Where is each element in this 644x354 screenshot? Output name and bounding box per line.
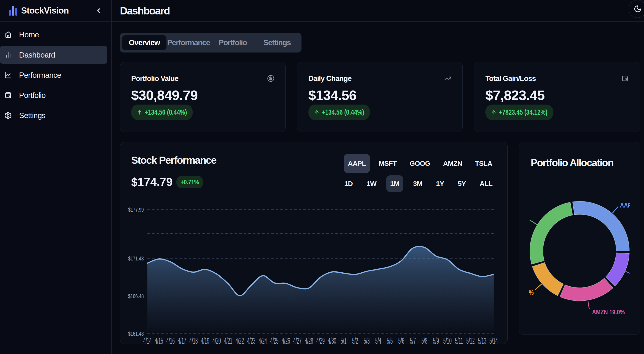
x-axis-label: 5/4 (375, 336, 381, 345)
trending-up-icon (444, 75, 452, 82)
app-title: StockVision (21, 6, 94, 16)
tab-performance[interactable]: Performance (166, 35, 211, 50)
donut-slice-msft[interactable] (606, 253, 629, 286)
timeframe-buttons: 1D 1W 1M 3M 1Y 5Y ALL (334, 176, 496, 192)
sidebar-item-label: Home (19, 30, 39, 39)
donut-callout-line (626, 271, 630, 275)
stat-card-0: Portfolio Value $30,849.79 +134.56 (0.44… (120, 62, 286, 132)
ticker-button-tsla[interactable]: TSLA (471, 154, 496, 173)
portfolio-allocation-card: Portfolio Allocation AAPL 28.0%MSFT 12.5… (519, 142, 640, 335)
sidebar: StockVision Home Dashboard Performance P… (0, 0, 112, 354)
sidebar-nav: Home Dashboard Performance Portfolio Set… (0, 22, 112, 124)
x-axis-label: 4/17 (178, 336, 186, 345)
home-icon (4, 31, 12, 38)
wallet-icon (621, 75, 629, 82)
stat-change-badge: +134.56 (0.44%) (131, 104, 193, 120)
x-axis-label: 5/8 (422, 336, 427, 345)
y-axis-label: $161.48 (128, 331, 144, 336)
allocation-donut-chart: AAPL 28.0%MSFT 12.5%AMZN 19.0%GOOG 13.5%… (529, 177, 630, 325)
sidebar-header: StockVision (0, 0, 112, 22)
tab-overview[interactable]: Overview (122, 35, 166, 50)
x-axis-label: 4/15 (155, 336, 163, 345)
stock-change-badge: +0.71% (176, 176, 203, 188)
nav-item-icon-wrap (4, 31, 12, 38)
donut-slice-amzn[interactable] (560, 278, 613, 301)
circle-dollar-icon (267, 75, 274, 82)
tab-bar: Overview Performance Portfolio Settings (120, 33, 302, 52)
stat-change-badge: +134.56 (0.44%) (308, 104, 370, 120)
ticker-button-amzn[interactable]: AMZN (439, 154, 466, 173)
portfolio-allocation-title: Portfolio Allocation (531, 157, 630, 168)
sidebar-item-label: Dashboard (19, 50, 55, 60)
stock-performance-card: Stock Performance $174.79 +0.71% AAPL MS… (120, 142, 508, 344)
x-axis-label: 4/23 (247, 336, 256, 345)
timeframe-button-1m[interactable]: 1M (386, 176, 403, 192)
y-axis-label: $166.48 (128, 293, 144, 299)
stat-value: $7,823.45 (485, 87, 629, 103)
stock-performance-title: Stock Performance (131, 154, 216, 166)
donut-callout-label: GOOG 13.5% (529, 289, 534, 296)
tab-portfolio[interactable]: Portfolio (211, 35, 255, 50)
x-axis-label: 5/14 (490, 336, 498, 345)
sidebar-collapse-button[interactable] (94, 6, 103, 15)
theme-toggle-button[interactable] (629, 0, 644, 18)
sidebar-item-portfolio[interactable]: Portfolio (0, 86, 107, 104)
nav-item-icon-wrap (4, 51, 12, 59)
sidebar-item-label: Settings (19, 111, 46, 120)
stats-row: Portfolio Value $30,849.79 +134.56 (0.44… (120, 62, 640, 132)
tab-settings[interactable]: Settings (255, 35, 299, 50)
x-axis-label: 5/3 (364, 336, 370, 345)
stock-price: $174.79 (131, 176, 173, 189)
sidebar-item-label: Performance (19, 70, 61, 80)
chart-controls: AAPL MSFT GOOG AMZN TSLA 1D 1W 1M 3M 1Y … (334, 154, 496, 192)
dashboard-content: Overview Performance Portfolio Settings … (112, 22, 644, 354)
app-logo-icon (9, 6, 18, 16)
ticker-button-goog[interactable]: GOOG (405, 154, 434, 173)
stat-change-text: +134.56 (0.44%) (322, 108, 364, 116)
x-axis-label: 4/22 (236, 336, 244, 345)
main-area: Dashboard Overview Performance Portfolio… (112, 0, 644, 354)
stat-title: Total Gain/Loss (485, 74, 629, 83)
stat-change-badge: +7823.45 (34.12%) (485, 104, 553, 120)
stat-card-icon-wrap (267, 75, 274, 82)
y-axis-label: $171.48 (128, 256, 144, 261)
stat-card-1: Daily Change $134.56 +134.56 (0.44%) (297, 62, 463, 132)
sidebar-item-home[interactable]: Home (0, 26, 107, 44)
ticker-buttons: AAPL MSFT GOOG AMZN TSLA (339, 154, 496, 173)
donut-slice-tsla[interactable] (530, 202, 573, 264)
timeframe-button-1y[interactable]: 1Y (432, 176, 448, 192)
donut-slice-goog[interactable] (532, 262, 564, 296)
bar-chart-icon (4, 51, 12, 59)
x-axis-label: 5/6 (398, 336, 404, 345)
nav-item-icon-wrap (4, 71, 12, 79)
x-axis-label: 5/10 (443, 336, 452, 345)
donut-callout-line (612, 206, 618, 213)
timeframe-button-5y[interactable]: 5Y (454, 176, 470, 192)
x-axis-label: 4/27 (293, 336, 302, 345)
stock-area-chart: $177.99$171.48$166.48$161.484/144/154/16… (120, 202, 508, 345)
area-fill (148, 246, 494, 331)
timeframe-button-all[interactable]: ALL (476, 176, 496, 192)
arrow-up-icon (137, 109, 142, 116)
donut-callout-label: AAPL 28.0% (620, 201, 630, 209)
stock-price-row: $174.79 +0.71% (131, 176, 216, 189)
sidebar-item-dashboard[interactable]: Dashboard (0, 46, 107, 64)
x-axis-label: 4/26 (282, 336, 290, 345)
x-axis-label: 5/9 (433, 336, 439, 345)
donut-callout-line (588, 300, 589, 309)
timeframe-button-1w[interactable]: 1W (362, 176, 380, 192)
stat-change-text: +134.56 (0.44%) (145, 108, 187, 116)
sidebar-item-performance[interactable]: Performance (0, 66, 107, 84)
stock-performance-info: Stock Performance $174.79 +0.71% (131, 154, 216, 192)
sidebar-item-label: Portfolio (19, 91, 46, 100)
x-axis-label: 4/18 (189, 336, 198, 345)
sidebar-item-settings[interactable]: Settings (0, 106, 107, 124)
timeframe-button-1d[interactable]: 1D (340, 176, 357, 192)
x-axis-label: 5/5 (387, 336, 393, 345)
timeframe-button-3m[interactable]: 3M (409, 176, 426, 192)
x-axis-label: 4/24 (258, 336, 267, 345)
x-axis-label: 5/13 (478, 336, 486, 345)
ticker-button-aapl[interactable]: AAPL (344, 154, 370, 173)
x-axis-label: 4/14 (143, 336, 152, 345)
ticker-button-msft[interactable]: MSFT (374, 154, 401, 173)
